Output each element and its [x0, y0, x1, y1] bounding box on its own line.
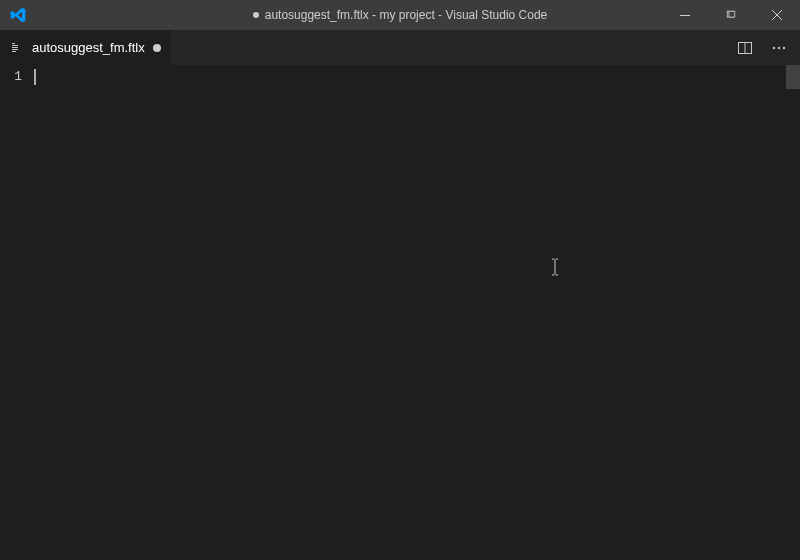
tab-autosuggest-fm[interactable]: autosuggest_fm.ftlx [0, 30, 172, 65]
line-number-gutter: 1 [0, 65, 32, 560]
text-cursor [34, 69, 36, 85]
tab-bar: autosuggest_fm.ftlx [0, 30, 800, 65]
close-button[interactable] [754, 0, 800, 30]
dirty-indicator-icon [253, 12, 259, 18]
svg-point-5 [778, 46, 780, 48]
more-actions-button[interactable] [768, 37, 790, 59]
svg-rect-1 [729, 11, 735, 17]
vscode-logo-icon [0, 7, 35, 23]
line-number: 1 [0, 69, 22, 84]
scrollbar-thumb[interactable] [786, 65, 800, 89]
tab-label: autosuggest_fm.ftlx [32, 40, 145, 55]
svg-point-4 [773, 46, 775, 48]
vertical-scrollbar[interactable] [786, 65, 800, 560]
editor-actions [724, 30, 800, 65]
text-editor[interactable] [32, 65, 786, 560]
minimize-button[interactable] [662, 0, 708, 30]
editor-area: 1 [0, 65, 800, 560]
svg-point-6 [783, 46, 785, 48]
tab-dirty-indicator-icon [153, 44, 161, 52]
maximize-button[interactable] [708, 0, 754, 30]
file-icon [10, 40, 26, 56]
window-controls [662, 0, 800, 30]
window-title-text: autosuggest_fm.ftlx - my project - Visua… [265, 8, 548, 22]
titlebar: autosuggest_fm.ftlx - my project - Visua… [0, 0, 800, 30]
split-editor-button[interactable] [734, 37, 756, 59]
